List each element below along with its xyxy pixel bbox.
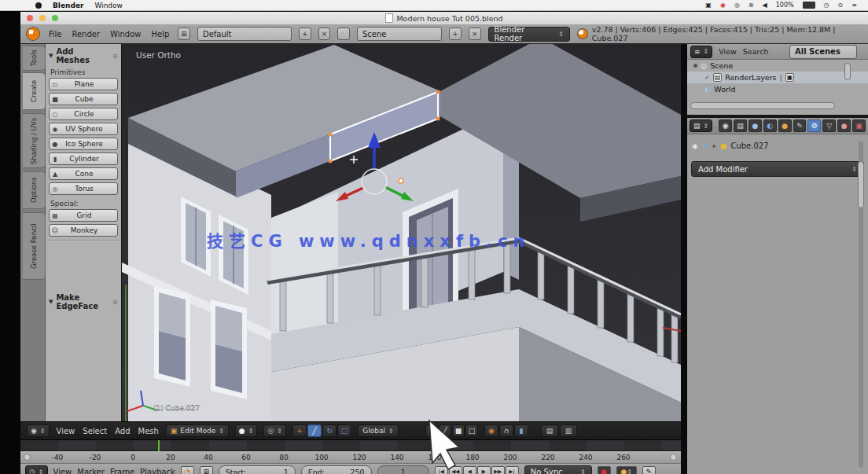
scene-selector[interactable]: Scene	[357, 27, 442, 41]
rotate-manipulator-button[interactable]: ↻	[322, 424, 337, 437]
menu-render[interactable]: Render	[70, 30, 101, 39]
tab-constraints[interactable]: ✎	[793, 119, 807, 132]
outliner-row-renderlayers[interactable]: ✓ ▤ RenderLayers | ▣	[687, 72, 868, 83]
scrollbar-end[interactable]	[670, 454, 677, 461]
current-frame-field[interactable]: 1	[377, 465, 429, 474]
tab-object[interactable]: ●	[778, 119, 792, 132]
tab-render-layers[interactable]: ▤	[734, 119, 747, 132]
outliner-editor-icon[interactable]: ≡⇕	[690, 46, 712, 58]
scale-manipulator-button[interactable]: □	[337, 424, 351, 437]
add-cube-button[interactable]: ■Cube	[49, 93, 118, 105]
timeline-track[interactable]	[20, 440, 681, 451]
scene-delete-button[interactable]: ×	[469, 28, 481, 40]
apple-menu-icon[interactable]	[35, 2, 42, 9]
keying-set-button[interactable]: ●⇕	[616, 466, 637, 474]
manipulator-toggle-button[interactable]: +	[292, 424, 307, 437]
end-frame-field[interactable]: End:250	[301, 465, 372, 474]
screen-layout-selector[interactable]: Default	[197, 27, 292, 41]
blender-editor-icon[interactable]	[26, 27, 40, 41]
tab-options[interactable]: Options	[23, 171, 46, 209]
search-icon[interactable]: ⊙	[838, 2, 844, 9]
wifi-icon[interactable]: ≋	[748, 2, 754, 9]
add-monkey-button[interactable]: ☺Monkey	[49, 224, 118, 237]
collapse-icon[interactable]: ▼	[49, 299, 53, 305]
timeline-menu-marker[interactable]: Marker	[77, 468, 105, 474]
tab-render[interactable]: ◉	[719, 119, 732, 132]
target-icon[interactable]: ◎	[734, 2, 740, 9]
outliner-vscrollbar[interactable]	[844, 63, 851, 80]
timeline-ruler[interactable]: -40 -20 0 20 40 60 80 100 120 140 160 18…	[20, 451, 681, 464]
preview-range-button[interactable]: ◔	[181, 466, 194, 474]
scene-icon[interactable]: ∴	[337, 28, 350, 40]
outliner-hscrollbar[interactable]	[690, 102, 835, 109]
tab-material[interactable]: ▣	[852, 119, 866, 132]
keyframe-insert-button[interactable]: ✎	[642, 466, 656, 474]
snap-element-button[interactable]: ▮	[514, 424, 528, 437]
tab-data[interactable]: ▽	[822, 119, 836, 132]
view3d-menu-add[interactable]: Add	[114, 427, 131, 435]
tab-create[interactable]: Create	[23, 72, 46, 110]
screen-layout-icon[interactable]: ⊞	[178, 28, 190, 40]
pivot-selector[interactable]: ◎⇕	[263, 424, 286, 437]
scene-add-button[interactable]: +	[449, 28, 462, 40]
properties-editor-icon[interactable]: ▤⇕	[690, 119, 712, 132]
menu-file[interactable]: File	[47, 30, 64, 39]
transform-orientation-selector[interactable]: Global⇕	[358, 424, 399, 437]
add-modifier-button[interactable]: Add Modifier ⇕	[691, 161, 864, 177]
add-grid-button[interactable]: ▦Grid	[49, 209, 118, 222]
tab-physics[interactable]: ●	[837, 119, 851, 132]
collapse-icon[interactable]: ▼	[49, 53, 53, 59]
tab-shading-uvs[interactable]: Shading / UVs	[23, 113, 46, 168]
add-torus-button[interactable]: ◎Torus	[49, 182, 118, 195]
render-opengl-button[interactable]: ▤	[541, 424, 558, 437]
properties-vscrollbar[interactable]	[858, 161, 864, 208]
view3d-editor-icon[interactable]: ◉⇕	[27, 424, 50, 437]
volume-icon[interactable]: ◀	[763, 2, 767, 9]
viewport-3d[interactable]: User Ortho 技艺CG www.qdnxxfb.cn (1) Cube.…	[122, 44, 681, 421]
view3d-menu-select[interactable]: Select	[82, 427, 108, 435]
outliner-row-world[interactable]: ◐ World	[687, 83, 868, 95]
grip-icon[interactable]: ≡	[112, 299, 118, 306]
add-uv-sphere-button[interactable]: ◉UV Sphere	[49, 123, 118, 135]
scrollbar-end[interactable]	[24, 454, 31, 461]
frame-range-lock-button[interactable]: ⊞	[200, 466, 213, 474]
add-plane-button[interactable]: ▭Plane	[49, 78, 118, 90]
next-keyframe-button[interactable]: ▶▶	[491, 466, 505, 474]
sync-mode-selector[interactable]: No Sync⇕	[524, 465, 592, 474]
render-toggle-icon[interactable]: ▣	[785, 73, 795, 82]
timeline-menu-playback[interactable]: Playback	[140, 468, 175, 474]
control-center-icon[interactable]: ≡	[851, 2, 857, 9]
make-edgeface-panel-header[interactable]: ▼ Make EdgeFace ≡	[46, 290, 121, 312]
add-ico-sphere-button[interactable]: ●Ico Sphere	[49, 138, 118, 150]
panel-divider[interactable]	[681, 44, 687, 474]
screen-record-icon[interactable]: ▣	[705, 2, 712, 9]
add-circle-button[interactable]: ○Circle	[49, 108, 118, 120]
jump-end-button[interactable]: ▶|	[506, 466, 519, 474]
snap-magnet-button[interactable]: ∩	[499, 424, 513, 437]
pin-icon[interactable]: ◈	[692, 141, 698, 150]
render-opengl-anim-button[interactable]: ▥	[560, 424, 577, 437]
record-dot-icon[interactable]: ◉	[720, 2, 726, 9]
mode-selector[interactable]: ▣ Edit Mode ⇕	[166, 424, 229, 437]
tab-grease-pencil[interactable]: Grease Pencil	[23, 212, 46, 280]
timeline-menu-frame[interactable]: Frame	[110, 468, 134, 474]
proportional-edit-button[interactable]: ◉	[484, 424, 498, 437]
translate-manipulator-button[interactable]: ╱	[307, 424, 322, 437]
tab-scene[interactable]: ●	[748, 119, 762, 132]
timeline-menu-view[interactable]: View	[53, 468, 72, 474]
view3d-menu-mesh[interactable]: Mesh	[138, 427, 160, 435]
outliner-menu-search[interactable]: Search	[743, 47, 769, 56]
grip-icon[interactable]: ≡	[112, 53, 118, 60]
render-engine-selector[interactable]: Blender Render ⇕	[488, 27, 570, 42]
clock-icon[interactable]: ◷	[824, 2, 829, 9]
outliner-row-scene[interactable]: ◎ Scene	[687, 60, 868, 72]
current-frame-marker[interactable]	[158, 440, 160, 451]
play-button[interactable]: ▶	[477, 466, 491, 474]
outliner-display-mode[interactable]: All Scenes	[789, 45, 857, 59]
tab-modifiers[interactable]: ⚙	[807, 119, 821, 132]
menu-help[interactable]: Help	[149, 30, 171, 39]
layout-delete-button[interactable]: ×	[318, 28, 331, 40]
start-frame-field[interactable]: Start:1	[219, 465, 296, 474]
add-cylinder-button[interactable]: ▮Cylinder	[49, 152, 118, 165]
record-button[interactable]: ●	[598, 466, 611, 474]
